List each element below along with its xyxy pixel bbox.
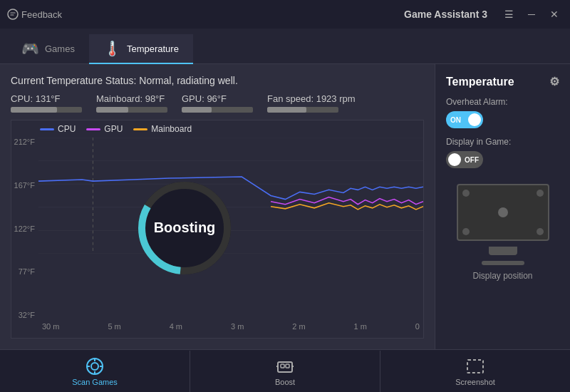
panel-title: Temperature ⚙ (446, 75, 559, 88)
scan-games-button[interactable]: Scan Games (0, 351, 190, 392)
metrics-row: CPU: 131°F Mainboard: 98°F GPU: 96°F Fan… (11, 93, 424, 113)
overheat-knob (468, 113, 481, 126)
tab-temperature-label: Temperature (127, 43, 179, 54)
menu-button[interactable]: ☰ (500, 6, 517, 23)
x-label-6: 0 (415, 322, 420, 331)
display-position-label: Display position (472, 271, 532, 281)
scan-games-icon (85, 356, 105, 376)
boost-button[interactable]: Boost (190, 351, 380, 392)
temperature-icon: 🌡️ (103, 40, 121, 57)
svg-rect-18 (278, 362, 292, 372)
y-label-2: 122°F (14, 225, 35, 233)
screenshot-label: Screenshot (455, 378, 495, 386)
x-label-3: 3 m (231, 322, 244, 331)
legend-cpu: CPU (40, 124, 76, 134)
dot-br (537, 228, 544, 235)
dot-tr (537, 190, 544, 197)
svg-rect-20 (286, 364, 289, 368)
monitor-stand (489, 247, 517, 255)
cpu-bar (11, 107, 82, 113)
mainboard-bar (96, 107, 167, 113)
bottom-bar: Scan Games Boost Screenshot (0, 349, 570, 392)
title-bar: Feedback Game Assistant 3 ☰ ─ ✕ (0, 0, 570, 29)
x-label-5: 1 m (354, 322, 367, 331)
boost-overlay: Boosting (135, 178, 234, 281)
feedback-label: Feedback (21, 9, 62, 20)
svg-rect-19 (281, 364, 284, 368)
legend-mainboard: Mainboard (133, 124, 192, 134)
temperature-panel-title: Temperature (446, 76, 514, 88)
cpu-legend-label: CPU (58, 124, 76, 134)
cpu-metric: CPU: 131°F (11, 93, 82, 113)
monitor-box[interactable] (457, 184, 549, 241)
overheat-alarm-row: Overheat Alarm: ON (446, 97, 559, 128)
svg-point-0 (8, 9, 18, 19)
app-title: Game Assistant 3 (68, 9, 487, 20)
y-label-1: 167°F (14, 181, 35, 190)
y-axis-labels: 212°F 167°F 122°F 77°F 32°F (11, 138, 38, 319)
display-in-game-state: OFF (465, 156, 479, 164)
tab-games[interactable]: 🎮 Games (7, 34, 89, 64)
display-in-game-row: Display in Game: OFF (446, 137, 559, 168)
scan-games-label: Scan Games (72, 378, 118, 386)
display-in-game-knob (448, 153, 461, 166)
chart-area: CPU GPU Mainboard 212°F 167°F 122°F 77°F (11, 120, 424, 339)
cpu-label: CPU: 131°F (11, 93, 82, 104)
tab-bar: 🎮 Games 🌡️ Temperature (0, 29, 570, 64)
left-panel: Current Temperature Status: Normal, radi… (0, 64, 435, 349)
mainboard-legend-dot (133, 128, 147, 130)
overheat-toggle[interactable]: ON (446, 111, 483, 128)
gpu-bar (182, 107, 253, 113)
dot-tl (462, 190, 470, 197)
dot-center (498, 207, 508, 217)
main-content: Current Temperature Status: Normal, radi… (0, 64, 570, 349)
fan-bar (267, 107, 338, 113)
cpu-legend-dot (40, 128, 54, 130)
legend-gpu: GPU (86, 124, 123, 134)
svg-rect-23 (467, 360, 483, 373)
chart-legend: CPU GPU Mainboard (11, 120, 423, 138)
games-icon: 🎮 (21, 40, 39, 57)
x-label-2: 4 m (170, 322, 182, 331)
x-label-0: 30 m (42, 322, 59, 331)
x-axis-labels: 30 m 5 m 4 m 3 m 2 m 1 m 0 (38, 319, 423, 334)
display-position-widget: Display position (446, 184, 559, 281)
gpu-label: GPU: 96°F (182, 93, 253, 104)
svg-point-13 (91, 363, 98, 370)
screenshot-icon (465, 356, 485, 376)
y-label-3: 77°F (19, 267, 35, 276)
gpu-metric: GPU: 96°F (182, 93, 253, 113)
boost-icon (275, 356, 295, 376)
monitor-base (482, 261, 524, 265)
display-in-game-toggle[interactable]: OFF (446, 151, 483, 168)
svg-text:Boosting: Boosting (153, 220, 215, 235)
gpu-legend-dot (86, 128, 100, 130)
fan-metric: Fan speed: 1923 rpm (267, 93, 356, 113)
gpu-bar-fill (182, 107, 212, 113)
display-in-game-label: Display in Game: (446, 137, 559, 147)
x-label-1: 5 m (108, 322, 120, 331)
x-label-4: 2 m (292, 322, 305, 331)
fan-bar-fill (267, 107, 306, 113)
tab-temperature[interactable]: 🌡️ Temperature (89, 34, 193, 64)
settings-icon[interactable]: ⚙ (549, 75, 559, 88)
mainboard-label: Mainboard: 98°F (96, 93, 167, 104)
right-panel: Temperature ⚙ Overheat Alarm: ON Display… (435, 64, 570, 349)
tab-games-label: Games (45, 43, 75, 54)
mainboard-bar-fill (96, 107, 128, 113)
close-button[interactable]: ✕ (546, 6, 563, 23)
overheat-label: Overheat Alarm: (446, 97, 559, 107)
y-label-0: 212°F (14, 138, 35, 146)
cpu-bar-fill (11, 107, 57, 113)
screenshot-button[interactable]: Screenshot (380, 351, 570, 392)
feedback-button[interactable]: Feedback (7, 9, 62, 20)
mainboard-metric: Mainboard: 98°F (96, 93, 167, 113)
feedback-icon (7, 9, 19, 20)
status-text: Current Temperature Status: Normal, radi… (11, 75, 424, 86)
dot-bl (462, 228, 470, 235)
overheat-state: ON (450, 116, 461, 124)
fan-label: Fan speed: 1923 rpm (267, 93, 356, 104)
minimize-button[interactable]: ─ (523, 6, 540, 23)
boost-label: Boost (275, 378, 295, 386)
mainboard-legend-label: Mainboard (151, 124, 192, 134)
